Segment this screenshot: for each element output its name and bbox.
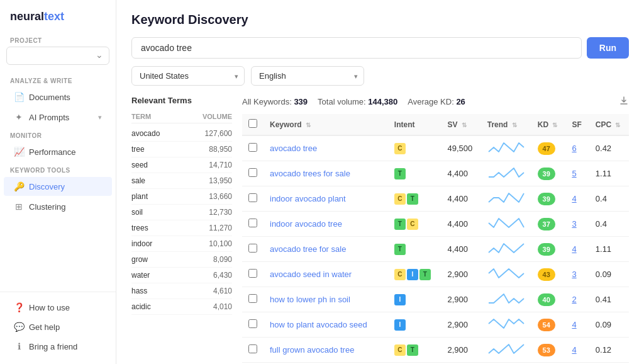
keyword-link[interactable]: avocado seed in water [270,270,352,279]
sidebar-item-how-to-use[interactable]: ❓ How to use [4,298,112,317]
sf-link[interactable]: 4 [572,194,576,203]
keyword-cell: full grown avocado tree [264,338,388,363]
table-body: avocado tree C 49,500 47 6 0.42 avocado … [242,135,629,364]
term-row: avocado127,600 [131,126,232,142]
col-kd[interactable]: KD ⇅ [531,114,566,135]
kd-cell: 37 [531,212,566,237]
trend-chart [487,342,525,356]
keyword-link[interactable]: how to lower ph in soil [270,295,350,304]
select-all-header [242,114,264,135]
sv-cell: 4,400 [441,237,480,262]
intent-badge: T [407,344,418,356]
search-input[interactable] [131,37,582,59]
keyword-table: Keyword ⇅ Intent SV ⇅ Trend ⇅ KD ⇅ SF CP… [242,114,629,364]
sf-link[interactable]: 6 [572,144,576,153]
discovery-label: Discovery [29,182,65,191]
term-name: seed [131,161,209,169]
sf-link[interactable]: 2 [572,295,576,304]
sf-link[interactable]: 5 [572,169,576,178]
row-checkbox-cell [242,237,264,262]
term-name: sale [131,176,209,185]
kd-cell: 54 [531,312,566,338]
row-checkbox[interactable] [248,143,257,152]
analyze-label: Analyze & Write [0,72,116,87]
sidebar-item-documents[interactable]: 📄 Documents [4,88,112,106]
intent-badge: T [419,269,431,280]
row-checkbox-cell [242,186,264,212]
col-keyword[interactable]: Keyword ⇅ [264,114,388,135]
table-row: avocado seed in water CIT 2,900 43 3 0.0… [242,262,629,287]
table-row: avocado tree for sale T 4,400 39 4 1.11 [242,237,629,262]
row-checkbox[interactable] [248,319,257,328]
sf-link[interactable]: 4 [572,320,576,329]
row-checkbox[interactable] [248,168,257,177]
clustering-icon: ⊞ [14,202,24,212]
kd-badge: 47 [538,142,555,155]
sf-cell: 4 [565,312,589,338]
sidebar-item-bring-friend[interactable]: ℹ Bring a friend [4,337,112,356]
term-row: plant13,660 [131,189,232,205]
term-volume: 4,610 [213,287,232,295]
sort-sv-icon: ⇅ [462,122,467,128]
cpc-cell: 1.11 [589,161,629,186]
trend-cell [481,287,531,312]
table-row: indoor avocado plant CT 4,400 39 4 0.4 [242,186,629,212]
sf-link[interactable]: 4 [572,244,576,254]
row-checkbox-cell [242,338,264,363]
trend-cell [481,135,531,161]
results-summary: All Keywords: 339 Total volume: 144,380 … [242,96,629,108]
row-checkbox-cell [242,312,264,338]
avg-kd-value: 26 [456,97,465,106]
keyword-link[interactable]: avocado tree for sale [270,244,346,254]
sf-link[interactable]: 3 [572,270,576,279]
term-name: acidic [131,302,213,311]
sidebar-item-clustering[interactable]: ⊞ Clustering [4,197,112,216]
row-checkbox[interactable] [248,294,257,303]
term-row: acidic4,010 [131,299,232,315]
country-select[interactable]: United States [131,66,245,86]
project-select[interactable] [6,47,109,65]
content-area: Relevant Terms TERM VOLUME avocado127,60… [131,96,629,364]
row-checkbox[interactable] [248,244,257,253]
terms-table: TERM VOLUME avocado127,600tree88,950seed… [131,110,232,315]
keyword-link[interactable]: avocado tree [270,144,317,153]
run-button[interactable]: Run [587,37,629,59]
sf-link[interactable]: 3 [572,219,576,229]
col-intent[interactable]: Intent [388,114,441,135]
term-name: trees [131,224,209,232]
term-volume: 6,430 [213,271,232,280]
sidebar-item-discovery[interactable]: 🔑 Discovery [4,177,112,196]
sort-trend-icon: ⇅ [512,122,517,128]
select-all-checkbox[interactable] [248,119,257,128]
keyword-link[interactable]: indoor avocado tree [270,219,342,229]
row-checkbox[interactable] [248,193,257,202]
keyword-link[interactable]: avocado trees for sale [270,169,350,178]
row-checkbox[interactable] [248,269,257,278]
kd-badge: 39 [538,193,555,205]
keyword-link[interactable]: indoor avocado plant [270,194,346,203]
clustering-label: Clustering [29,202,66,212]
intent-badge: I [394,294,406,305]
sv-cell: 4,400 [441,161,480,186]
term-name: plant [131,192,209,201]
sidebar-item-performance[interactable]: 📈 Performance [4,142,112,161]
discovery-icon: 🔑 [14,181,24,191]
sf-link[interactable]: 4 [572,345,576,355]
download-button[interactable] [619,96,629,108]
logo: neuraltext [0,8,116,32]
kd-cell: 53 [531,338,566,363]
col-cpc[interactable]: CPC ⇅ [589,114,629,135]
row-checkbox[interactable] [248,219,257,227]
sidebar-item-ai-prompts[interactable]: ✦ AI Prompts ▾ [4,108,112,127]
col-sv[interactable]: SV ⇅ [441,114,480,135]
intent-cell: CT [388,338,441,363]
col-trend[interactable]: Trend ⇅ [481,114,531,135]
row-checkbox[interactable] [248,344,257,353]
keyword-link[interactable]: how to plant avocado seed [270,320,367,329]
sidebar-item-get-help[interactable]: 💬 Get help [4,317,112,336]
sort-keyword-icon: ⇅ [306,122,311,128]
trend-cell [481,312,531,338]
language-select[interactable]: English [251,66,364,86]
keyword-link[interactable]: full grown avocado tree [270,345,354,355]
col-sf[interactable]: SF [565,114,589,135]
